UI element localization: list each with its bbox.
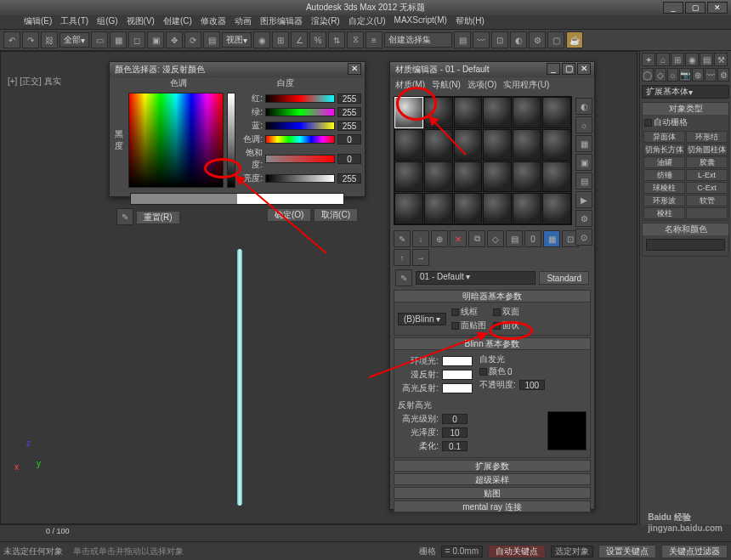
named-selection-drop[interactable]: 创建选择集 bbox=[384, 32, 452, 48]
mat-menu-material[interactable]: 材质(M) bbox=[395, 79, 425, 91]
menu-edit[interactable]: 编辑(E) bbox=[24, 15, 52, 29]
render-icon[interactable]: ☕ bbox=[566, 31, 583, 48]
go-parent-icon[interactable]: ↑ bbox=[394, 249, 411, 266]
menu-render[interactable]: 渲染(R) bbox=[311, 15, 340, 29]
autokey-button[interactable]: 自动关键点 bbox=[488, 545, 546, 558]
color-picker-title-bar[interactable]: 颜色选择器: 漫反射颜色 ✕ bbox=[110, 62, 365, 77]
new-color-swatch[interactable] bbox=[237, 194, 343, 204]
curve-editor-icon[interactable]: 〰 bbox=[473, 31, 490, 48]
put-to-scene-icon[interactable]: ↓ bbox=[412, 230, 429, 247]
name-color-header[interactable]: 名称和颜色 bbox=[643, 223, 728, 235]
material-slot[interactable] bbox=[394, 161, 423, 193]
menu-create[interactable]: 创建(C) bbox=[163, 15, 192, 29]
show-map-icon[interactable]: ▦ bbox=[543, 230, 560, 247]
material-slot[interactable] bbox=[424, 129, 453, 161]
render-frame-icon[interactable]: ▢ bbox=[547, 31, 564, 48]
pivot-icon[interactable]: ◉ bbox=[253, 31, 270, 48]
color-row-value[interactable]: 255 bbox=[337, 107, 361, 117]
close-button[interactable]: ✕ bbox=[707, 2, 728, 14]
menu-graph[interactable]: 图形编辑器 bbox=[260, 15, 303, 29]
material-min-icon[interactable]: _ bbox=[547, 63, 560, 75]
spinner-snap-icon[interactable]: ⇅ bbox=[328, 31, 345, 48]
primitive-button[interactable]: 胶囊 bbox=[686, 156, 728, 168]
material-slot[interactable] bbox=[454, 97, 483, 128]
setkey-button[interactable]: 设置关键点 bbox=[598, 545, 656, 558]
color-row-value[interactable]: 255 bbox=[337, 121, 361, 131]
mirror-icon[interactable]: ⧖ bbox=[347, 31, 364, 48]
options-icon[interactable]: ⚙ bbox=[575, 210, 592, 227]
ok-button[interactable]: 确定(O) bbox=[267, 208, 311, 222]
material-slot[interactable] bbox=[454, 193, 483, 224]
material-slot[interactable] bbox=[483, 193, 512, 224]
self-illum-spinner[interactable]: 0 bbox=[507, 367, 513, 376]
align-icon[interactable]: ≡ bbox=[366, 31, 382, 48]
get-material-icon[interactable]: ✎ bbox=[394, 230, 411, 247]
backlight-icon[interactable]: ☼ bbox=[575, 116, 592, 133]
color-picker-close-icon[interactable]: ✕ bbox=[348, 63, 361, 75]
rollout-maps[interactable]: 贴图 bbox=[394, 487, 591, 499]
make-preview-icon[interactable]: ▶ bbox=[575, 191, 592, 208]
color-row-slider[interactable] bbox=[265, 174, 335, 183]
put-to-lib-icon[interactable]: ▤ bbox=[506, 230, 523, 247]
material-slot[interactable] bbox=[513, 97, 541, 128]
object-name-input[interactable] bbox=[646, 239, 725, 251]
scene-object-tube[interactable] bbox=[237, 249, 242, 506]
material-slot[interactable] bbox=[513, 161, 541, 193]
material-slot[interactable] bbox=[483, 97, 512, 128]
old-color-swatch[interactable] bbox=[131, 194, 237, 204]
object-type-header[interactable]: 对象类型 bbox=[643, 103, 728, 115]
opacity-spinner[interactable]: 100 bbox=[519, 380, 545, 390]
primitive-button[interactable]: 环形波 bbox=[643, 195, 685, 206]
spacewarps-icon[interactable]: 〰 bbox=[705, 68, 717, 82]
wire-check[interactable]: 线框 bbox=[451, 306, 486, 318]
make-unique-icon[interactable]: ◇ bbox=[487, 230, 504, 247]
hierarchy-tab-icon[interactable]: ⊞ bbox=[671, 53, 684, 66]
link-icon[interactable]: ⛓ bbox=[41, 31, 58, 48]
maximize-button[interactable]: ▢ bbox=[685, 2, 706, 14]
keyfilter-button[interactable]: 关键点过滤器 bbox=[661, 545, 728, 558]
shader-basic-header[interactable]: 明暗器基本参数 bbox=[394, 291, 590, 303]
material-slot[interactable] bbox=[454, 161, 483, 193]
material-name-field[interactable]: 01 - Default ▾ bbox=[416, 271, 536, 285]
menu-customize[interactable]: 自定义(U) bbox=[348, 15, 386, 29]
shapes-icon[interactable]: ◇ bbox=[654, 68, 666, 82]
select-icon[interactable]: ▭ bbox=[91, 31, 108, 48]
menu-group[interactable]: 组(G) bbox=[97, 15, 117, 29]
color-row-value[interactable]: 0 bbox=[337, 154, 361, 164]
autogrid-check[interactable]: 自动栅格 bbox=[644, 116, 727, 128]
motion-tab-icon[interactable]: ◉ bbox=[685, 53, 699, 66]
menu-views[interactable]: 视图(V) bbox=[127, 15, 155, 29]
mat-menu-navigate[interactable]: 导航(N) bbox=[432, 79, 461, 91]
redo-icon[interactable]: ↷ bbox=[22, 31, 39, 48]
selection-filter-drop[interactable]: 全部 ▾ bbox=[60, 32, 89, 48]
rollout-extended[interactable]: 扩展参数 bbox=[394, 460, 591, 472]
lights-icon[interactable]: ☼ bbox=[667, 68, 679, 82]
whiteness-slider[interactable] bbox=[227, 93, 235, 188]
helpers-icon[interactable]: ⊕ bbox=[692, 68, 704, 82]
utilities-tab-icon[interactable]: ⚒ bbox=[714, 53, 728, 66]
layers-icon[interactable]: ▤ bbox=[454, 31, 471, 48]
ambient-swatch[interactable] bbox=[442, 356, 473, 366]
material-slot[interactable] bbox=[542, 129, 571, 161]
specular-swatch[interactable] bbox=[442, 383, 473, 393]
material-close-icon[interactable]: ✕ bbox=[577, 63, 591, 75]
menu-animation[interactable]: 动画 bbox=[235, 15, 252, 29]
color-row-slider[interactable] bbox=[265, 108, 335, 116]
soften-spinner[interactable]: 0.1 bbox=[442, 441, 468, 451]
color-row-slider[interactable] bbox=[265, 155, 335, 163]
material-slot[interactable] bbox=[394, 129, 423, 161]
material-slot[interactable] bbox=[394, 193, 423, 224]
primitive-button[interactable]: 异面体 bbox=[643, 131, 685, 143]
color-row-value[interactable]: 0 bbox=[337, 134, 361, 144]
material-slot[interactable] bbox=[424, 97, 453, 128]
mat-menu-options[interactable]: 选项(O) bbox=[468, 79, 496, 91]
reset-button[interactable]: 重置(R) bbox=[136, 211, 180, 224]
select-rect-icon[interactable]: ◻ bbox=[128, 31, 145, 48]
primitive-button[interactable]: 棱柱 bbox=[643, 207, 685, 219]
material-slot[interactable] bbox=[454, 129, 483, 161]
create-type-dropdown[interactable]: 扩展基本体 ▾ bbox=[642, 85, 729, 99]
material-slot[interactable] bbox=[513, 129, 541, 161]
primitive-button[interactable]: L-Ext bbox=[686, 169, 728, 181]
material-type-button[interactable]: Standard bbox=[539, 271, 589, 285]
mat-menu-util[interactable]: 实用程序(U) bbox=[503, 79, 549, 91]
